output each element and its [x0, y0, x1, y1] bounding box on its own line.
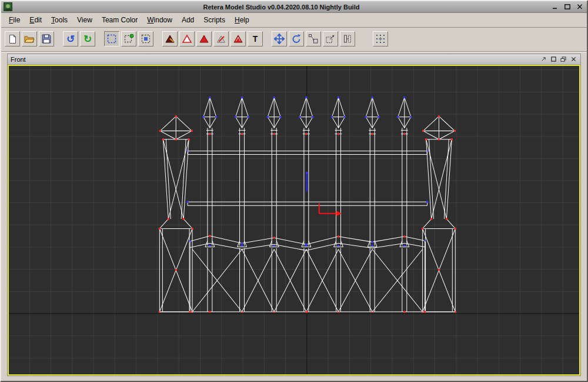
normal-edit-button[interactable]: [213, 31, 229, 46]
select-marquee-icon: [106, 34, 117, 44]
menu-item-file[interactable]: File: [6, 15, 23, 25]
tpose-label: T: [253, 35, 258, 43]
deselect-icon: [141, 34, 151, 44]
viewport-maximize-button[interactable]: [549, 55, 557, 63]
viewport-restore-button[interactable]: [559, 55, 567, 63]
face-edit-button[interactable]: [196, 31, 212, 46]
window-title: Retera Model Studio v0.04.2020.08.10 Nig…: [15, 4, 548, 11]
new-file-button[interactable]: [5, 31, 20, 46]
triangle-hatched-icon: [233, 34, 243, 44]
deselect-mode-button[interactable]: [138, 31, 153, 46]
menu-item-add[interactable]: Add: [179, 15, 197, 25]
menu-item-view[interactable]: View: [74, 15, 95, 25]
triangle-pencil-icon: [216, 34, 226, 44]
window-controls: [550, 3, 584, 11]
snap-button[interactable]: [373, 31, 388, 46]
viewport-close-icon: [571, 57, 576, 62]
minimize-icon: [552, 4, 558, 9]
open-button[interactable]: [22, 31, 37, 46]
viewport-panel-front: Front: [7, 54, 581, 376]
close-icon: [577, 4, 583, 9]
viewport-canvas-wrap: [8, 65, 580, 376]
menu-item-window[interactable]: Window: [144, 15, 175, 25]
mesh-edit-button[interactable]: [230, 31, 246, 46]
minimize-button[interactable]: [550, 3, 560, 11]
add-selection-icon: [123, 34, 134, 44]
rotate-tool-button[interactable]: [289, 31, 304, 46]
menu-item-scripts[interactable]: Scripts: [201, 15, 228, 25]
save-icon: [42, 34, 51, 44]
extrude-tool-button[interactable]: [323, 31, 338, 46]
menu-item-team-color[interactable]: Team Color: [99, 15, 141, 25]
save-button[interactable]: [39, 31, 54, 46]
menubar: FileEditToolsViewTeam ColorWindowAddScri…: [1, 13, 587, 28]
scale-tool-button[interactable]: [306, 31, 321, 46]
viewport-header[interactable]: Front: [8, 54, 580, 65]
titlebar: Retera Model Studio v0.04.2020.08.10 Nig…: [1, 1, 587, 13]
move-arrows-icon: [274, 34, 285, 44]
extrude-icon: [325, 34, 336, 44]
select-mode-button[interactable]: [104, 31, 119, 46]
dark-triangle-pen-icon: [165, 34, 175, 44]
app-window: Retera Model Studio v0.04.2020.08.10 Nig…: [0, 0, 588, 382]
menu-item-tools[interactable]: Tools: [48, 15, 71, 25]
undo-icon: ↺: [66, 34, 75, 44]
rotate-arrow-icon: [291, 34, 302, 44]
menu-item-edit[interactable]: Edit: [26, 15, 45, 25]
viewport-title: Front: [11, 56, 537, 63]
viewport-maximize-icon: [551, 57, 556, 62]
add-selection-mode-button[interactable]: [121, 31, 136, 46]
close-button[interactable]: [575, 3, 584, 11]
scale-icon: [308, 34, 319, 44]
viewport-canvas[interactable]: [9, 66, 579, 374]
extend-tool-button[interactable]: [340, 31, 355, 46]
triangle-outline-icon: [182, 34, 192, 44]
toolbar: ↺ ↻: [1, 28, 587, 52]
extend-icon: [342, 34, 353, 44]
viewport-float-button[interactable]: [539, 55, 547, 63]
maximize-button[interactable]: [563, 3, 572, 11]
redo-button[interactable]: ↻: [80, 31, 95, 46]
move-tool-button[interactable]: [272, 31, 287, 46]
tpose-button[interactable]: T: [248, 31, 263, 46]
wireframe-edit-button[interactable]: [179, 31, 195, 46]
triangle-solid-icon: [199, 34, 209, 44]
app-icon[interactable]: [4, 2, 12, 11]
viewport-close-button[interactable]: [569, 55, 577, 63]
maximize-icon: [564, 4, 570, 9]
viewport-restore-icon: [560, 57, 566, 62]
snap-grid-icon: [375, 34, 386, 44]
app-logo-icon: [4, 2, 12, 11]
undo-button[interactable]: ↺: [63, 31, 78, 46]
vertex-edit-button[interactable]: [162, 31, 178, 46]
menu-item-help[interactable]: Help: [232, 15, 252, 25]
float-arrow-icon: [541, 57, 546, 62]
open-folder-icon: [24, 35, 35, 44]
redo-icon: ↻: [83, 34, 92, 44]
new-file-icon: [8, 34, 18, 44]
